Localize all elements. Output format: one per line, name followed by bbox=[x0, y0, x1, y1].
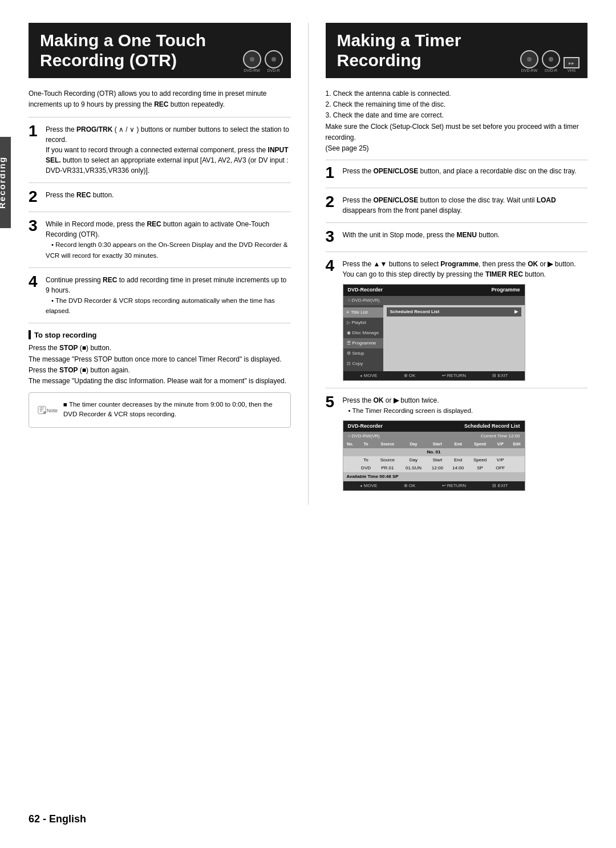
stop-section: To stop recording Press the STOP (■) but… bbox=[29, 330, 291, 387]
right-step2: 2 Press the OPEN/CLOSE button to close t… bbox=[326, 195, 588, 223]
right-step5-bullet: The Timer Recording screen is displayed. bbox=[343, 407, 473, 414]
screen1: DVD-Recorder Programme ○ DVD-RW(VR) ≡ Ti… bbox=[343, 284, 525, 381]
left-step3: 3 While in Record mode, press the REC bu… bbox=[29, 219, 291, 268]
screen2-labels-row: To Source Day Start End Speed V/P bbox=[343, 456, 525, 464]
right-pre-steps: 1. Check the antenna cable is connected.… bbox=[326, 88, 588, 160]
left-disc-icons: DVD-RW DVD-R bbox=[243, 50, 283, 72]
right-step5-content: Press the OK or ▶ button twice. The Time… bbox=[343, 395, 588, 491]
sidebar-disc-manage: ◉ Disc Manage bbox=[343, 328, 383, 338]
screen2-header: DVD-Recorder Scheduled Record List bbox=[343, 421, 525, 432]
note-box: i Note ■ The timer counter decreases by … bbox=[29, 392, 291, 428]
screen1-header: DVD-Recorder Programme bbox=[343, 285, 525, 296]
screen2-table: No. To Source Day Start End Speed V/P Ed… bbox=[343, 441, 525, 472]
left-step1: 1 Press the PROG/TRK ( ∧ / ∨ ) buttons o… bbox=[29, 124, 291, 183]
right-step3: 3 With the unit in Stop mode, press the … bbox=[326, 230, 588, 252]
screen2-no-row: No. 01 bbox=[343, 448, 525, 456]
sidebar-setup: ⚙ Setup bbox=[343, 348, 383, 359]
dvdr-icon: DVD-R bbox=[265, 50, 283, 72]
footer-page: 62 - English bbox=[29, 813, 86, 825]
stop-title: To stop recording bbox=[29, 330, 291, 339]
left-step3-content: While in Record mode, press the REC butt… bbox=[46, 219, 291, 261]
svg-text:i: i bbox=[44, 412, 44, 414]
note-icon: i Note bbox=[37, 400, 58, 420]
screen1-body: ≡ Title List ▷ Playlist ◉ Disc Manage ☰ … bbox=[343, 305, 525, 371]
left-title-box: Making a One Touch Recording (OTR) DVD-R… bbox=[29, 23, 291, 78]
left-step4: 4 Continue pressing REC to add recording… bbox=[29, 275, 291, 324]
right-step1-content: Press the OPEN/CLOSE button, and place a… bbox=[343, 166, 588, 176]
right-step1: 1 Press the OPEN/CLOSE button, and place… bbox=[326, 166, 588, 188]
right-step5: 5 Press the OK or ▶ button twice. The Ti… bbox=[326, 395, 588, 498]
top-section: Recording Making a One Touch Recording (… bbox=[29, 23, 587, 505]
screen2-values-row: DVD PR.01 01.SUN 12:00 14:00 SP OFF bbox=[343, 464, 525, 472]
screen2-avail: Available Time 00:48 SP bbox=[343, 472, 525, 481]
left-step2: 2 Press the REC button. bbox=[29, 190, 291, 212]
left-step1-content: Press the PROG/TRK ( ∧ / ∨ ) buttons or … bbox=[46, 124, 291, 176]
screen2-col-headers: No. To Source Day Start End Speed V/P Ed… bbox=[343, 441, 525, 448]
note-label: Note bbox=[47, 408, 58, 413]
right-step4: 4 Press the ▲▼ buttons to select Program… bbox=[326, 259, 588, 388]
left-step1-num: 1 bbox=[29, 123, 41, 139]
left-step2-content: Press the REC button. bbox=[46, 190, 291, 200]
screen1-menu-title: Scheduled Record List ▶ bbox=[387, 307, 521, 317]
left-step2-num: 2 bbox=[29, 189, 41, 205]
right-disc-icons: DVD-RW DVD-R ▶▶ VHS bbox=[520, 50, 579, 72]
screen2: DVD-Recorder Scheduled Record List ○ DVD… bbox=[343, 420, 525, 491]
sidebar-title-list: ≡ Title List bbox=[343, 307, 383, 318]
right-step1-num: 1 bbox=[326, 165, 338, 181]
left-column: Recording Making a One Touch Recording (… bbox=[29, 23, 309, 505]
dvdrw-icon: DVD-RW bbox=[243, 50, 261, 72]
left-step3-num: 3 bbox=[29, 218, 41, 234]
screen1-footer: ⬧ MOVE ⊛ OK ↩ RETURN ⊟ EXIT bbox=[343, 371, 525, 380]
left-intro: One-Touch Recording (OTR) allows you to … bbox=[29, 88, 291, 117]
stop-bar-icon bbox=[29, 330, 31, 339]
right-step2-num: 2 bbox=[326, 194, 338, 210]
right-dvdr-icon: DVD-R bbox=[542, 50, 560, 72]
screen2-subheader: ○ DVD-RW(VR) Current Time 12:00 bbox=[343, 432, 525, 441]
right-step5-num: 5 bbox=[326, 394, 338, 410]
screen1-device: ○ DVD-RW(VR) bbox=[343, 296, 525, 305]
sidebar-label: Recording bbox=[0, 137, 11, 228]
sidebar-copy: ⊡ Copy bbox=[343, 359, 383, 369]
left-step4-num: 4 bbox=[29, 274, 41, 290]
screen1-sidebar: ≡ Title List ▷ Playlist ◉ Disc Manage ☰ … bbox=[343, 305, 383, 371]
right-step3-num: 3 bbox=[326, 229, 338, 245]
left-step4-content: Continue pressing REC to add recording t… bbox=[46, 275, 291, 317]
right-step4-content: Press the ▲▼ buttons to select Programme… bbox=[343, 259, 588, 381]
sidebar-playlist: ▷ Playlist bbox=[343, 318, 383, 328]
stop-content: Press the STOP (■) button. The message "… bbox=[29, 343, 291, 387]
right-title-box: Making a Timer Recording DVD-RW DVD-R ▶▶… bbox=[326, 23, 588, 78]
right-step3-content: With the unit in Stop mode, press the ME… bbox=[343, 230, 588, 240]
right-step2-content: Press the OPEN/CLOSE button to close the… bbox=[343, 195, 588, 216]
page: Recording Making a One Touch Recording (… bbox=[0, 0, 616, 848]
right-dvdrw-icon: DVD-RW bbox=[520, 50, 538, 72]
screen2-footer: ⬧ MOVE ⊛ OK ↩ RETURN ⊟ EXIT bbox=[343, 481, 525, 490]
right-step4-num: 4 bbox=[326, 258, 338, 274]
footer-bar: 62 - English bbox=[29, 802, 587, 825]
left-step4-bullet: The DVD Recorder & VCR stops recording a… bbox=[46, 297, 275, 314]
sidebar-programme: ☰ Programme bbox=[343, 338, 383, 348]
screen1-main: Scheduled Record List ▶ bbox=[383, 305, 525, 371]
right-column: Making a Timer Recording DVD-RW DVD-R ▶▶… bbox=[309, 23, 588, 505]
right-vhs-icon: ▶▶ VHS bbox=[564, 57, 579, 72]
left-step3-bullet: Record length 0:30 appears on the On-Scr… bbox=[46, 241, 287, 258]
note-text: ■ The timer counter decreases by the min… bbox=[63, 400, 282, 420]
